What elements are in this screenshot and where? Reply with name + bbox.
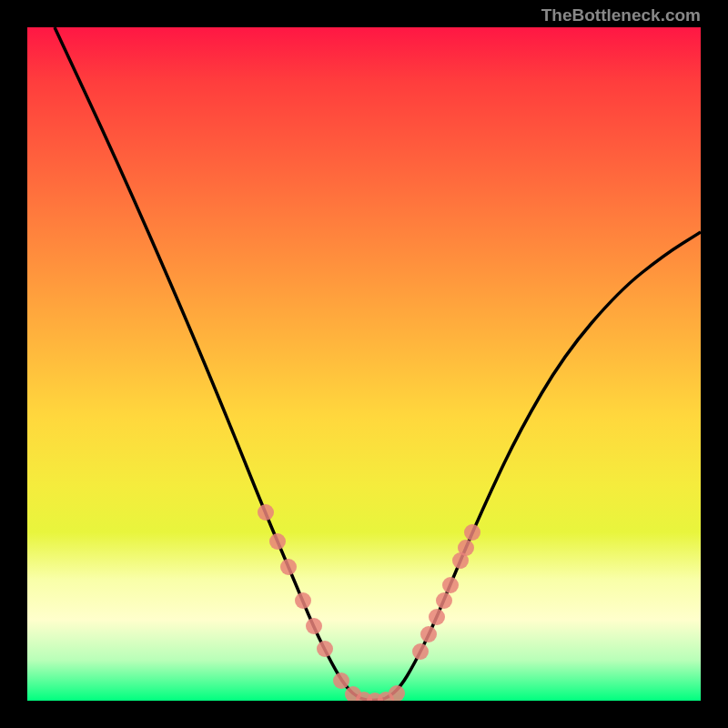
data-marker: [420, 626, 437, 642]
data-marker: [269, 533, 286, 550]
data-marker: [280, 559, 297, 575]
data-marker: [442, 577, 459, 593]
data-marker: [436, 592, 452, 609]
data-marker: [333, 672, 349, 689]
bottleneck-curve: [55, 27, 701, 701]
data-marker: [458, 540, 474, 556]
data-marker: [389, 685, 405, 701]
data-marker: [295, 592, 311, 609]
watermark-text: TheBottleneck.com: [541, 5, 701, 25]
data-marker: [258, 504, 274, 521]
data-marker: [412, 643, 429, 660]
data-markers: [258, 504, 480, 701]
data-marker: [317, 641, 333, 657]
data-marker: [306, 618, 322, 634]
data-marker: [464, 524, 480, 541]
chart-svg: [27, 27, 701, 701]
data-marker: [429, 609, 445, 625]
chart-container: [27, 27, 701, 701]
